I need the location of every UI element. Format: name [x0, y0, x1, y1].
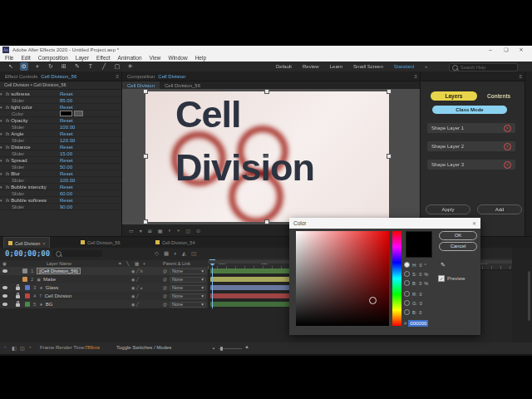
panel-menu-icon[interactable]: ≡	[116, 74, 119, 79]
lock-icon[interactable]	[16, 295, 20, 298]
draft-3d-icon[interactable]: ▦	[164, 250, 169, 257]
effect-subparam-row[interactable]: Slider50.00	[0, 164, 121, 170]
selection-handle[interactable]	[143, 89, 148, 94]
color-gradient-field[interactable]	[296, 231, 389, 326]
snapshot-icon[interactable]: ◔	[3, 345, 7, 350]
workspace-learn[interactable]: Learn	[330, 64, 342, 69]
menu-window[interactable]: Window	[169, 55, 188, 61]
mask-visibility-icon[interactable]: ▦	[158, 228, 163, 234]
pen-tool-icon[interactable]: ✎	[73, 62, 81, 71]
hand-tool-icon[interactable]: ⌖	[33, 62, 42, 71]
contents-tab-button[interactable]: Contents	[487, 93, 510, 99]
lock-icon[interactable]	[16, 287, 20, 290]
layer-switches[interactable]: ◉ ╱	[131, 277, 139, 282]
motion-blur-icon[interactable]: ◫	[191, 250, 196, 257]
channel-value[interactable]: 0	[419, 272, 421, 277]
layer-color-chip[interactable]	[22, 268, 27, 273]
shape-layer-row[interactable]: Shape Layer 2 ×	[427, 141, 515, 151]
layer-row-1[interactable]: 1 [Cell Division_56] ◉ ╱ fx @ None▾	[0, 267, 208, 275]
toggle-switches-button[interactable]: Toggle Switches / Modes	[116, 345, 171, 350]
current-timecode[interactable]: 0;00;00;00	[5, 249, 50, 258]
shape-layer-row[interactable]: Shape Layer 3 ×	[427, 160, 515, 170]
frame-blending-icon[interactable]: ◭	[182, 250, 186, 257]
effect-controls-tab-label[interactable]: Effect Controls	[5, 74, 37, 79]
panel-menu-icon[interactable]: ≡	[519, 74, 522, 79]
layer-duration-bar[interactable]	[210, 268, 293, 273]
rotate-tool-icon[interactable]: ↻	[47, 62, 55, 71]
twirl-icon[interactable]: ▾	[0, 185, 5, 190]
cancel-button[interactable]: Cancel	[439, 242, 477, 251]
brush-tool-icon[interactable]: ╱	[100, 62, 108, 71]
eye-icon[interactable]	[2, 269, 7, 273]
effect-subparam-row[interactable]: Slider100.00	[0, 177, 121, 184]
effect-subparam-row[interactable]: Slider60.00	[0, 190, 121, 197]
hex-input[interactable]: 000000	[408, 320, 428, 327]
parent-dropdown[interactable]: None▾	[170, 302, 206, 308]
color-swatch[interactable]	[60, 111, 72, 116]
radio-icon[interactable]	[404, 271, 410, 277]
param-value[interactable]: 100.00	[60, 178, 75, 183]
param-value[interactable]: 15.00	[60, 151, 72, 156]
menu-composition[interactable]: Composition	[38, 55, 68, 61]
ok-button[interactable]: OK	[439, 231, 477, 240]
layer-switches[interactable]: ◉ ╱	[131, 293, 139, 298]
effect-param-row[interactable]: ▾fxDistanceReset	[0, 144, 121, 150]
timeline-tab[interactable]: Cell Division_56	[76, 237, 124, 248]
dialog-close-icon[interactable]: ✕	[472, 220, 476, 226]
channel-value[interactable]: 0	[420, 292, 422, 297]
zoom-out-mountain-icon[interactable]: ▲	[212, 346, 215, 350]
timeline-zoom-slider[interactable]	[219, 348, 242, 349]
zoom-in-mountain-icon[interactable]: ▲	[244, 344, 249, 349]
layer-row-4[interactable]: 4 T Cell Division ◉ ╱ @ None▾	[0, 292, 208, 300]
layer-row-2[interactable]: 2 ▣ Matte ◉ ╱ @ None▾	[0, 275, 208, 283]
menu-help[interactable]: Help	[195, 55, 206, 61]
effect-param-row[interactable]: ▾fxBlurReset	[0, 170, 121, 177]
workspace-standard[interactable]: Standard	[394, 64, 414, 69]
parent-pickwhip-icon[interactable]: @	[163, 268, 167, 273]
parent-pickwhip-icon[interactable]: @	[163, 302, 167, 307]
layer-name[interactable]: BG	[46, 302, 53, 307]
layer-color-chip[interactable]	[25, 285, 30, 290]
effect-subparam-row[interactable]: Slider120.00	[0, 137, 121, 144]
param-value[interactable]: 100.00	[60, 125, 75, 130]
twirl-icon[interactable]: ▾	[0, 145, 5, 150]
render-status-icon[interactable]: ◧	[12, 345, 17, 351]
layer-color-chip[interactable]	[22, 277, 27, 282]
add-button[interactable]: Add	[477, 204, 522, 214]
remove-layer-icon[interactable]: ×	[504, 125, 511, 132]
panel-menu-icon[interactable]: ≡	[414, 74, 417, 79]
tab-close-icon[interactable]: ×	[42, 241, 45, 246]
channel-row-s[interactable]: S:0%	[404, 271, 428, 277]
radio-icon[interactable]	[404, 309, 410, 315]
layer-anchor-icon[interactable]: ⊗	[264, 153, 268, 160]
effect-subparam-row[interactable]: Slider100.00	[0, 124, 121, 131]
eyedropper-icon[interactable]	[74, 111, 83, 116]
effect-param-row[interactable]: ▾fxBubble intencityReset	[0, 184, 121, 190]
selection-handle[interactable]	[143, 154, 148, 159]
layers-tab-button[interactable]: Layers	[431, 91, 477, 101]
composition-panel-label[interactable]: Composition	[127, 74, 155, 79]
grid-guides-icon[interactable]: ⊞	[148, 228, 152, 234]
eye-icon[interactable]	[2, 294, 7, 298]
comp-frame[interactable]: Cell Division ⊗	[145, 91, 389, 222]
effect-subparam-row[interactable]: Slider90.00	[0, 204, 121, 210]
layer-name[interactable]: [Cell Division_56]	[37, 268, 80, 274]
parent-pickwhip-icon[interactable]: @	[163, 277, 167, 282]
layer-duration-bar[interactable]	[210, 293, 293, 298]
parent-pickwhip-icon[interactable]: @	[163, 293, 167, 298]
info-icon[interactable]: ◔	[28, 345, 32, 350]
close-button[interactable]: ✕	[517, 47, 525, 52]
layer-switches[interactable]: ◉ ╱ fx	[131, 268, 143, 273]
apply-button[interactable]: Apply	[426, 204, 470, 214]
effect-controls-tab-target[interactable]: Cell Division_56	[41, 74, 76, 79]
effect-param-row[interactable]: ▾fxsoftnessReset	[0, 91, 121, 97]
radio-icon[interactable]	[404, 300, 410, 306]
performance-icon[interactable]: ◫	[20, 345, 25, 351]
layer-switches[interactable]: ◉ ╱ ◕	[131, 285, 142, 290]
channel-row-g[interactable]: G:0	[404, 300, 422, 306]
home-tool-icon[interactable]: ↖	[7, 62, 15, 71]
layer-row-3[interactable]: 3 ★ Glass ◉ ╱ ◕ @ None▾	[0, 283, 208, 292]
radio-icon[interactable]	[404, 280, 410, 286]
parent-dropdown[interactable]: None▾	[170, 268, 206, 274]
composition-panel-target[interactable]: Cell Division	[158, 74, 185, 79]
